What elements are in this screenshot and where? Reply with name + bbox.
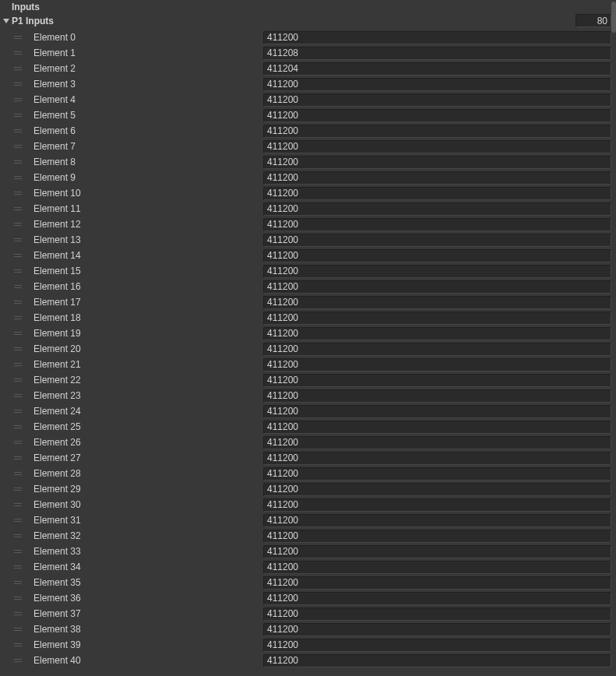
drag-handle-icon[interactable] xyxy=(12,248,23,263)
array-element-row: Element 5 xyxy=(0,107,616,123)
drag-handle-icon[interactable] xyxy=(12,170,23,185)
drag-handle-icon[interactable] xyxy=(12,279,23,294)
element-value-field[interactable] xyxy=(263,265,611,278)
array-element-row: Element 34 xyxy=(0,559,616,575)
scrollbar-thumb[interactable] xyxy=(611,2,616,33)
element-value-field[interactable] xyxy=(263,576,611,590)
drag-handle-icon[interactable] xyxy=(12,92,23,107)
element-value-field[interactable] xyxy=(263,327,611,340)
drag-handle-icon[interactable] xyxy=(12,466,23,481)
element-value-field[interactable] xyxy=(263,218,611,231)
element-value-field[interactable] xyxy=(263,405,611,418)
element-value-field[interactable] xyxy=(263,171,611,185)
drag-handle-icon[interactable] xyxy=(12,590,23,606)
drag-handle-icon[interactable] xyxy=(12,621,23,637)
section-header: Inputs xyxy=(0,0,616,14)
element-value-field[interactable] xyxy=(263,421,611,434)
element-value-field[interactable] xyxy=(263,607,611,621)
element-value-field[interactable] xyxy=(263,249,611,262)
element-label: Element 27 xyxy=(31,452,261,463)
element-value-field[interactable] xyxy=(263,280,611,294)
drag-handle-icon[interactable] xyxy=(12,326,23,341)
element-value-field[interactable] xyxy=(263,187,611,200)
array-elements: Element 0Element 1Element 2Element 3Elem… xyxy=(0,28,616,668)
foldout-toggle-icon[interactable] xyxy=(2,16,11,26)
drag-handle-icon[interactable] xyxy=(12,217,23,232)
drag-handle-icon[interactable] xyxy=(12,139,23,154)
drag-handle-icon[interactable] xyxy=(12,341,23,357)
drag-handle-icon[interactable] xyxy=(12,45,23,61)
element-label: Element 22 xyxy=(31,375,261,386)
element-value-field[interactable] xyxy=(263,514,611,527)
element-value-field[interactable] xyxy=(263,296,611,309)
drag-handle-icon[interactable] xyxy=(12,61,23,76)
drag-handle-icon[interactable] xyxy=(12,497,23,512)
drag-handle-icon[interactable] xyxy=(12,107,23,123)
element-value-field[interactable] xyxy=(263,498,611,512)
drag-handle-icon[interactable] xyxy=(12,637,23,653)
element-value-field[interactable] xyxy=(263,467,611,481)
drag-handle-icon[interactable] xyxy=(12,575,23,590)
section-header-label: Inputs xyxy=(12,2,40,12)
drag-handle-icon[interactable] xyxy=(12,310,23,326)
element-value-field[interactable] xyxy=(263,545,611,558)
element-value-field[interactable] xyxy=(263,530,611,543)
element-value-field[interactable] xyxy=(263,623,611,636)
element-value-field[interactable] xyxy=(263,140,611,153)
element-value-field[interactable] xyxy=(263,654,611,667)
element-value-field[interactable] xyxy=(263,312,611,325)
drag-handle-icon[interactable] xyxy=(12,403,23,419)
drag-handle-icon[interactable] xyxy=(12,481,23,497)
drag-handle-icon[interactable] xyxy=(12,372,23,388)
element-value-field[interactable] xyxy=(263,592,611,605)
drag-handle-icon[interactable] xyxy=(12,185,23,201)
element-value-field[interactable] xyxy=(263,156,611,169)
element-value-field[interactable] xyxy=(263,389,611,403)
array-header[interactable]: P1 Inputs xyxy=(0,14,616,28)
element-value-field[interactable] xyxy=(263,31,611,44)
element-value-field[interactable] xyxy=(263,343,611,356)
element-label: Element 25 xyxy=(31,421,261,432)
drag-handle-icon[interactable] xyxy=(12,450,23,466)
array-element-row: Element 4 xyxy=(0,92,616,107)
drag-handle-icon[interactable] xyxy=(12,544,23,559)
scrollbar[interactable] xyxy=(611,0,616,676)
drag-handle-icon[interactable] xyxy=(12,201,23,217)
drag-handle-icon[interactable] xyxy=(12,357,23,372)
drag-handle-icon[interactable] xyxy=(12,232,23,248)
drag-handle-icon[interactable] xyxy=(12,419,23,435)
drag-handle-icon[interactable] xyxy=(12,559,23,575)
drag-handle-icon[interactable] xyxy=(12,263,23,279)
array-element-row: Element 13 xyxy=(0,232,616,248)
element-value-field[interactable] xyxy=(263,639,611,652)
element-value-field[interactable] xyxy=(263,62,611,76)
element-value-field[interactable] xyxy=(263,93,611,107)
element-value-field[interactable] xyxy=(263,234,611,247)
element-value-field[interactable] xyxy=(263,125,611,138)
element-value-field[interactable] xyxy=(263,483,611,496)
drag-handle-icon[interactable] xyxy=(12,388,23,403)
drag-handle-icon[interactable] xyxy=(12,123,23,139)
drag-handle-icon[interactable] xyxy=(12,528,23,544)
array-size-field[interactable] xyxy=(576,14,611,27)
drag-handle-icon[interactable] xyxy=(12,154,23,170)
element-value-field[interactable] xyxy=(263,78,611,91)
drag-handle-icon[interactable] xyxy=(12,294,23,310)
element-value-field[interactable] xyxy=(263,452,611,465)
array-element-row: Element 12 xyxy=(0,217,616,232)
drag-handle-icon[interactable] xyxy=(12,512,23,528)
drag-handle-icon[interactable] xyxy=(12,30,23,45)
element-value-field[interactable] xyxy=(263,358,611,371)
element-value-field[interactable] xyxy=(263,47,611,60)
drag-handle-icon[interactable] xyxy=(12,653,23,668)
element-value-field[interactable] xyxy=(263,436,611,449)
element-value-field[interactable] xyxy=(263,202,611,216)
element-value-field[interactable] xyxy=(263,374,611,387)
element-label: Element 7 xyxy=(31,141,261,152)
drag-handle-icon[interactable] xyxy=(12,76,23,92)
element-value-field[interactable] xyxy=(263,109,611,122)
element-value-field[interactable] xyxy=(263,561,611,574)
element-label: Element 15 xyxy=(31,266,261,276)
drag-handle-icon[interactable] xyxy=(12,606,23,621)
drag-handle-icon[interactable] xyxy=(12,435,23,450)
